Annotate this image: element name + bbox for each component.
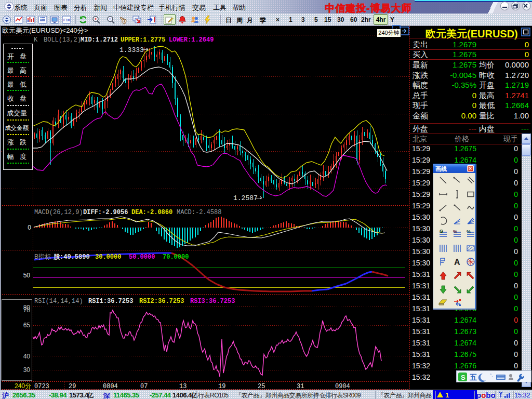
svg-text:A: A: [454, 258, 460, 267]
svg-text:RSI(14,14,14): RSI(14,14,14): [34, 298, 83, 305]
svg-text:盘: 盘: [20, 95, 26, 102]
svg-text:度: 度: [20, 153, 26, 161]
svg-text:收: 收: [7, 95, 14, 102]
svg-text:最: 最: [7, 81, 14, 88]
svg-text:G: G: [440, 229, 443, 234]
svg-text:RSI3:36.7253: RSI3:36.7253: [190, 298, 235, 305]
svg-text:S: S: [461, 374, 466, 381]
svg-text:1.3333: 1.3333: [119, 46, 144, 54]
svg-text:13: 13: [179, 383, 187, 390]
svg-text:BOLL(13,2): BOLL(13,2): [44, 36, 81, 44]
svg-text:31: 31: [297, 383, 304, 390]
svg-text:70: 70: [23, 307, 31, 314]
svg-text:1.2587: 1.2587: [233, 194, 258, 202]
svg-text:成交量: 成交量: [7, 109, 27, 117]
svg-text:开: 开: [7, 52, 14, 60]
svg-text:0904: 0904: [335, 383, 350, 390]
svg-text:40: 40: [23, 353, 31, 360]
svg-text:RSI2:36.7253: RSI2:36.7253: [139, 298, 184, 305]
svg-text:19: 19: [218, 383, 225, 390]
svg-text:50: 50: [23, 272, 31, 279]
svg-text:%: %: [467, 229, 471, 234]
svg-text:B指标: B指标: [34, 253, 51, 260]
svg-text:0: 0: [28, 224, 31, 231]
svg-text:股:49.5890: 股:49.5890: [53, 254, 90, 261]
svg-text:盘: 盘: [20, 52, 26, 60]
svg-text:°,: °,: [490, 373, 493, 378]
svg-text:MACD:-2.4588: MACD:-2.4588: [177, 209, 221, 216]
svg-text:五: 五: [469, 373, 477, 381]
svg-text:DIFF:-2.9056: DIFF:-2.9056: [83, 209, 128, 216]
svg-text:UPPER:1.2775: UPPER:1.2775: [121, 36, 165, 44]
svg-text:0804: 0804: [103, 383, 118, 390]
svg-text:30: 30: [23, 366, 31, 374]
svg-text:涨: 涨: [7, 138, 14, 146]
svg-text:0723: 0723: [34, 383, 49, 390]
svg-text:%: %: [453, 229, 457, 234]
svg-text:跌: 跌: [20, 138, 26, 146]
svg-text:RSI1:36.7253: RSI1:36.7253: [88, 298, 133, 305]
svg-text:29: 29: [69, 383, 76, 390]
svg-text:欧元美元(EURUSD)<240分>: 欧元美元(EURUSD)<240分>: [2, 26, 88, 34]
svg-text:25: 25: [258, 383, 265, 390]
svg-text:1: 1: [445, 391, 449, 398]
svg-text:最: 最: [7, 66, 14, 74]
svg-text:70.0000: 70.0000: [163, 254, 189, 261]
svg-text:240分: 240分: [15, 382, 31, 390]
svg-text:07: 07: [140, 383, 148, 390]
svg-text:65: 65: [23, 322, 31, 329]
svg-text:幅: 幅: [7, 153, 14, 161]
svg-text:30.0000: 30.0000: [95, 254, 121, 261]
svg-text:50.0000: 50.0000: [129, 254, 155, 261]
svg-text:DEA:-2.0860: DEA:-2.0860: [131, 209, 172, 216]
svg-text:LOWER:1.2649: LOWER:1.2649: [169, 36, 214, 44]
svg-text:K: K: [34, 36, 38, 44]
svg-text:成交金额: 成交金额: [5, 125, 29, 131]
svg-text:MACD(26,12,9): MACD(26,12,9): [34, 209, 83, 216]
svg-text:MID:1.2712: MID:1.2712: [81, 36, 118, 44]
svg-text:低: 低: [19, 81, 26, 88]
svg-text:高: 高: [20, 66, 26, 74]
